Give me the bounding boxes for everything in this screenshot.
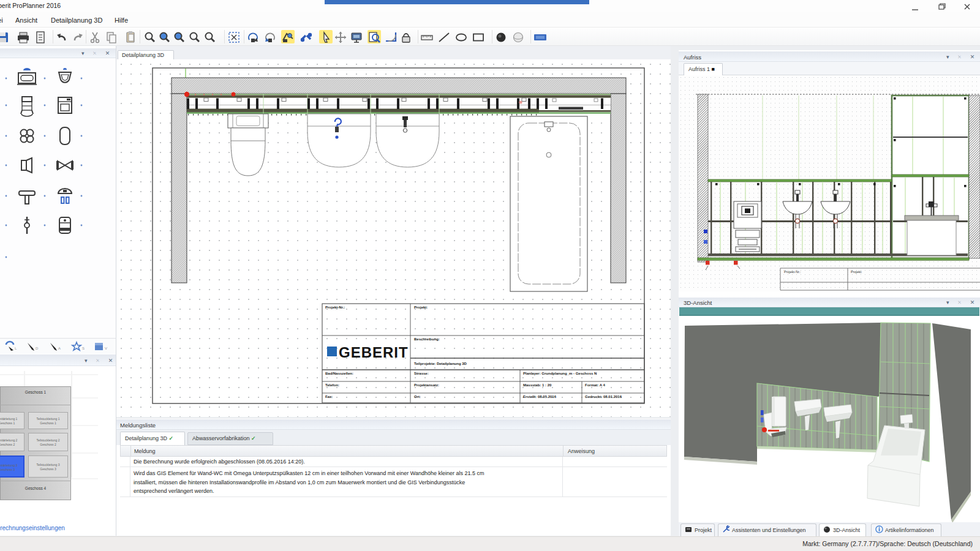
svg-text:Telefon:: Telefon:	[325, 383, 339, 387]
svg-text:V: V	[105, 347, 107, 350]
svg-text:Projekt-Nr.:: Projekt-Nr.:	[784, 270, 801, 274]
svg-text:Projekt:: Projekt:	[851, 270, 862, 274]
svg-text:Strasse:: Strasse:	[414, 372, 429, 375]
svg-text:Massstab: 1 : 20: Massstab: 1 : 20	[523, 383, 552, 387]
svg-text:Ort:: Ort:	[414, 395, 421, 399]
svg-text:Erstellt: 08.05.2016: Erstellt: 08.05.2016	[523, 395, 557, 399]
svg-text:Projektansatz:: Projektansatz:	[414, 383, 439, 387]
svg-text:Beschreibung:: Beschreibung:	[414, 337, 440, 341]
svg-text:Projekt-Nr.:: Projekt-Nr.:	[325, 305, 345, 309]
svg-text:GEBERIT: GEBERIT	[339, 344, 409, 361]
svg-text:Projekt:: Projekt:	[414, 305, 428, 309]
svg-text:Bad/Nasszellen:: Bad/Nasszellen:	[325, 372, 353, 375]
svg-text:S: S	[82, 347, 85, 350]
svg-text:Fax:: Fax:	[325, 395, 333, 399]
svg-text:Planlayer: Grundplanung_m -: Planlayer: Grundplanung_m - Geschoss N	[523, 372, 597, 375]
svg-text:A: A	[58, 347, 61, 350]
svg-text:Gedruckt: 08.01.2016: Gedruckt: 08.01.2016	[585, 395, 622, 399]
svg-text:Format: A 4: Format: A 4	[585, 383, 606, 387]
svg-text:Teilprojekte: Detailplanung 3: Teilprojekte: Detailplanung 3D	[414, 362, 467, 365]
svg-text:L: L	[15, 347, 17, 350]
svg-text:D: D	[36, 347, 39, 350]
